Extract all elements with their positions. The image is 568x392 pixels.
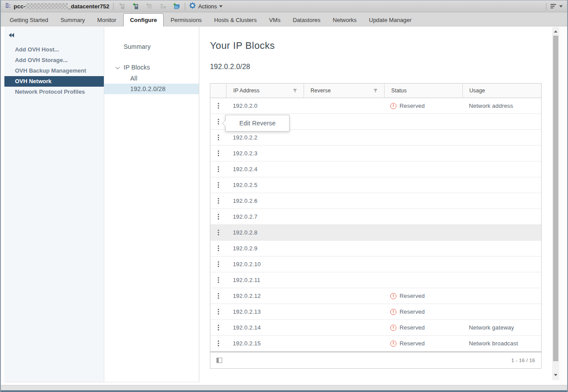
edit-reverse-menu-item[interactable]: Edit Reverse: [239, 120, 276, 127]
row-kebab-menu-button[interactable]: [210, 135, 226, 140]
column-header-status[interactable]: Status: [384, 84, 462, 98]
right-gutter: [559, 27, 566, 385]
row-kebab-menu-button[interactable]: [210, 245, 226, 251]
main-panel: Your IP Blocks 192.0.2.0/28 IP AddressRe…: [199, 27, 552, 385]
kebab-icon: [218, 150, 219, 156]
row-kebab-menu-button[interactable]: [210, 103, 226, 109]
kebab-icon: [218, 245, 219, 251]
tree-item-summary[interactable]: Summary: [104, 41, 199, 52]
sidebar-item-network-protocol-profiles[interactable]: Network Protocol Profiles: [4, 87, 104, 97]
chevron-down-icon: [559, 5, 563, 7]
cell-usage: Network gateway: [462, 324, 542, 331]
triangle-up-icon: [554, 30, 557, 33]
chevron-down-icon[interactable]: [116, 65, 120, 70]
table-row[interactable]: 192.0.2.15!ReservedNetwork broadcast: [210, 336, 541, 352]
row-kebab-menu-button[interactable]: [210, 182, 226, 188]
scroll-up-button[interactable]: [552, 28, 559, 35]
column-header-ip-address[interactable]: IP Address: [226, 84, 304, 98]
chevron-down-icon: [219, 5, 223, 7]
sidebar-item-add-ovh-host[interactable]: Add OVH Host...: [4, 44, 104, 55]
tab-vms[interactable]: VMs: [263, 15, 286, 26]
sidebar-item-ovh-backup-management[interactable]: OVH Backup Management: [4, 66, 104, 76]
configure-sidebar: Add OVH Host...Add OVH Storage...OVH Bac…: [4, 27, 104, 382]
row-kebab-menu-button[interactable]: [210, 230, 226, 235]
row-kebab-menu-button[interactable]: [210, 341, 226, 346]
object-title-text: pcc-_datacenter752: [14, 3, 109, 10]
column-header-label: Reverse: [311, 88, 331, 94]
list-menu-button[interactable]: [550, 4, 563, 8]
cell-ip-address: 192.0.2.9: [226, 245, 304, 252]
tab-summary[interactable]: Summary: [54, 15, 91, 26]
table-row[interactable]: 192.0.2.0!ReservedNetwork address: [210, 98, 541, 114]
tree-item-all[interactable]: All: [104, 73, 199, 84]
add-host-icon[interactable]: [131, 2, 140, 11]
window-menu: [542, 3, 563, 10]
row-kebab-menu-button[interactable]: [210, 214, 226, 220]
kebab-icon: [218, 166, 219, 172]
tab-update-manager[interactable]: Update Manager: [363, 15, 418, 26]
actions-button[interactable]: Actions: [189, 2, 223, 10]
vsphere-window: pcc-_datacenter752 Actions: [0, 0, 568, 392]
column-header-label: Usage: [469, 88, 485, 94]
add-host-disabled-icon[interactable]: [117, 2, 126, 11]
tab-configure[interactable]: Configure: [123, 13, 163, 26]
row-kebab-menu-button[interactable]: [210, 325, 226, 330]
vertical-scrollbar[interactable]: [552, 27, 559, 380]
cell-status: !Reserved: [384, 293, 462, 299]
row-kebab-menu-button[interactable]: [210, 309, 226, 315]
table-row[interactable]: 192.0.2.8: [210, 225, 541, 241]
column-header-usage[interactable]: Usage: [462, 84, 542, 98]
new-vm-folder-icon[interactable]: [172, 2, 181, 11]
tab-monitor[interactable]: Monitor: [91, 15, 122, 26]
filter-funnel-icon[interactable]: [373, 88, 378, 93]
sidebar-item-ovh-network[interactable]: OVH Network: [4, 76, 104, 87]
table-row[interactable]: 192.0.2.5: [210, 177, 541, 193]
table-row[interactable]: 192.0.2.4: [210, 161, 541, 177]
toolbar-separator: [185, 3, 185, 10]
tab-networks[interactable]: Networks: [326, 15, 363, 26]
table-footer: 1 - 16 / 16: [210, 352, 541, 368]
row-kebab-menu-button[interactable]: [210, 166, 226, 172]
row-kebab-menu-button[interactable]: [210, 277, 226, 283]
status-label: Reserved: [399, 293, 425, 299]
status-label: Reserved: [399, 103, 425, 109]
row-kebab-menu-button[interactable]: [210, 293, 226, 299]
tab-getting-started[interactable]: Getting Started: [4, 15, 54, 26]
scrollbar-thumb[interactable]: [553, 36, 558, 361]
tab-permissions[interactable]: Permissions: [165, 15, 208, 26]
column-header-reverse[interactable]: Reverse: [304, 84, 385, 98]
table-row[interactable]: 192.0.2.13!Reserved: [210, 304, 541, 320]
kebab-icon: [218, 214, 219, 220]
scroll-down-button[interactable]: [552, 371, 559, 378]
tab-datastores[interactable]: Datastores: [286, 15, 326, 26]
table-row[interactable]: 192.0.2.14!ReservedNetwork gateway: [210, 320, 541, 336]
tree-item-ip-blocks[interactable]: IP Blocks: [104, 62, 199, 73]
table-row[interactable]: 192.0.2.10: [210, 256, 541, 272]
status-label: Reserved: [399, 340, 425, 347]
add-cluster-disabled-icon[interactable]: [145, 2, 154, 11]
tree-item-192-0-2-0-28[interactable]: 192.0.2.0/28: [104, 84, 199, 94]
sidebar-item-add-ovh-storage[interactable]: Add OVH Storage...: [4, 55, 104, 66]
add-device-disabled-icon[interactable]: [158, 2, 167, 11]
tree-item-label: 192.0.2.0/28: [130, 85, 165, 92]
column-settings-icon[interactable]: [216, 358, 222, 363]
table-header: IP AddressReverseStatusUsage: [210, 84, 541, 98]
ip-blocks-tree-panel: SummaryIP BlocksAll192.0.2.0/28: [104, 27, 199, 382]
table-row[interactable]: 192.0.2.12!Reserved: [210, 288, 541, 304]
row-kebab-menu-button[interactable]: [210, 150, 226, 156]
filter-funnel-icon[interactable]: [293, 88, 297, 93]
actions-label: Actions: [198, 3, 217, 10]
sidebar-collapse-button[interactable]: [4, 30, 104, 40]
table-row[interactable]: 192.0.2.9: [210, 241, 541, 256]
tab-hosts-clusters[interactable]: Hosts & Clusters: [208, 15, 263, 26]
table-row[interactable]: 192.0.2.7: [210, 209, 541, 225]
datacenter-icon: [5, 2, 11, 10]
cell-ip-address: 192.0.2.7: [226, 213, 304, 220]
window-bottom-edge: [1, 390, 567, 392]
table-row[interactable]: 192.0.2.6: [210, 193, 541, 209]
table-row[interactable]: 192.0.2.2: [210, 130, 541, 146]
row-kebab-menu-button[interactable]: [210, 261, 226, 267]
table-row[interactable]: 192.0.2.3: [210, 146, 541, 161]
row-kebab-menu-button[interactable]: [210, 198, 226, 204]
table-row[interactable]: 192.0.2.11: [210, 272, 541, 288]
